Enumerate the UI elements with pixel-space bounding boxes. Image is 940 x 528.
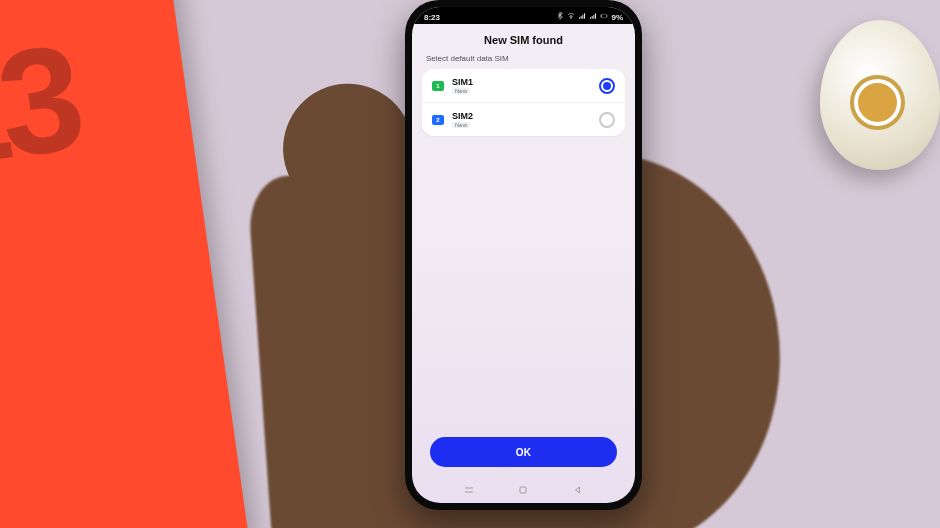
sim-options-card: 1 SIM1 New 2 SIM2 New <box>422 69 625 136</box>
phone-frame: 8:23 9% New SIM found Select default dat… <box>405 0 642 510</box>
svg-rect-3 <box>520 487 526 493</box>
sim-info: SIM1 New <box>452 77 591 94</box>
nav-recents-icon[interactable] <box>462 483 476 497</box>
radio-unselected-icon[interactable] <box>599 112 615 128</box>
sim-option-2[interactable]: 2 SIM2 New <box>422 102 625 136</box>
dialog-subtitle: Select default data SIM <box>412 54 635 69</box>
signal-icon <box>578 12 586 22</box>
sim-info: SIM2 New <box>452 111 591 128</box>
status-right-cluster: 9% <box>556 12 623 22</box>
dialog-title: New SIM found <box>412 24 635 54</box>
sim-option-1[interactable]: 1 SIM1 New <box>422 69 625 102</box>
box-number-text: 13 <box>0 11 85 203</box>
battery-icon <box>600 12 608 22</box>
ok-button[interactable]: OK <box>430 437 617 467</box>
battery-text: 9% <box>611 13 623 22</box>
svg-rect-1 <box>607 15 608 16</box>
sim-new-tag: New <box>452 122 470 128</box>
bluetooth-icon <box>556 12 564 22</box>
ok-button-label: OK <box>516 447 532 458</box>
clock-face <box>850 75 905 130</box>
wifi-icon <box>567 12 575 22</box>
sim-slot-badge: 2 <box>432 115 444 125</box>
status-time: 8:23 <box>424 13 440 22</box>
svg-rect-2 <box>602 15 603 17</box>
product-box: 13 <box>0 0 249 528</box>
nav-back-icon[interactable] <box>571 483 585 497</box>
sim-name: SIM2 <box>452 111 591 121</box>
scene: 13 8:23 9% New SIM found Select default … <box>0 0 940 528</box>
phone-screen: 8:23 9% New SIM found Select default dat… <box>412 7 635 503</box>
android-nav-bar <box>412 483 635 497</box>
decorative-egg-clock <box>820 20 940 170</box>
signal-icon-2 <box>589 12 597 22</box>
sim-slot-badge: 1 <box>432 81 444 91</box>
camera-hole <box>521 14 527 20</box>
radio-selected-icon[interactable] <box>599 78 615 94</box>
sim-name: SIM1 <box>452 77 591 87</box>
nav-home-icon[interactable] <box>516 483 530 497</box>
sim-new-tag: New <box>452 88 470 94</box>
